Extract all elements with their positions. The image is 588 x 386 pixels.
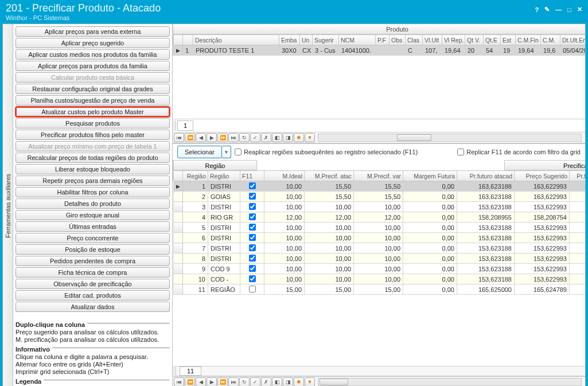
- region-row[interactable]: 7DISTRI10,0010,0010,000,00153,623188153,…: [174, 243, 586, 254]
- region-cell[interactable]: GOIAS: [208, 192, 240, 202]
- region-cell[interactable]: 10,00: [264, 233, 305, 243]
- region-cell[interactable]: [240, 284, 264, 295]
- region-cell[interactable]: 10,00: [305, 264, 354, 274]
- sidebar-button[interactable]: Atualizar dados: [15, 302, 170, 312]
- region-cell[interactable]: REGIÃO: [208, 284, 240, 295]
- prod-col-header[interactable]: Qt.E: [484, 35, 501, 45]
- prod-cell[interactable]: 19,64: [516, 45, 541, 56]
- nav-bookmark-icon[interactable]: ◧: [272, 133, 282, 142]
- region-cell[interactable]: DISTRI: [208, 223, 240, 233]
- sidebar-button[interactable]: Aplicar preço sugerido: [15, 38, 170, 48]
- sidebar-tab[interactable]: Ferramentas auxiliares: [3, 24, 13, 386]
- region-cell[interactable]: 16: [570, 284, 586, 295]
- region-cell[interactable]: 15: [570, 223, 586, 233]
- region-col-header[interactable]: Região: [208, 171, 240, 181]
- region-col-header[interactable]: Preço Sugerido: [515, 171, 570, 181]
- prod-col-header[interactable]: [174, 35, 183, 45]
- sidebar-button[interactable]: Liberar estoque bloqueado: [15, 164, 170, 174]
- nav2-check-icon[interactable]: ✓: [250, 377, 260, 386]
- sidebar-button[interactable]: Precificar produtos filhos pelo master: [15, 130, 170, 140]
- region-row[interactable]: 8DISTRI10,0010,0010,000,00153,623188153,…: [174, 254, 586, 264]
- prod-cell[interactable]: 3 - Cus: [313, 45, 339, 56]
- region-cell[interactable]: 10,00: [305, 274, 354, 284]
- region-grid[interactable]: RegiãoRegiãoF11M.IdealM.Precif. atacM.Pr…: [173, 170, 585, 295]
- region-row[interactable]: ▶1DISTRI10,0015,5015,500,00163,623188163…: [174, 181, 586, 192]
- region-cell[interactable]: 0,00: [403, 192, 457, 202]
- region-cell[interactable]: 153,622993: [515, 243, 570, 254]
- page-tab-1[interactable]: 1: [177, 120, 193, 131]
- nav-check-icon[interactable]: ✓: [250, 133, 260, 142]
- nav-star-icon[interactable]: ✱: [294, 133, 304, 142]
- region-cell[interactable]: 15: [570, 202, 586, 212]
- region-cell[interactable]: 153,622993: [515, 223, 570, 233]
- region-cell[interactable]: 163,622993: [515, 192, 570, 202]
- prod-cell[interactable]: 05/04/20: [560, 45, 586, 56]
- region-cell[interactable]: 16: [570, 181, 586, 192]
- region-cell[interactable]: [240, 264, 264, 274]
- region-cell[interactable]: 163,623188: [457, 192, 515, 202]
- region-cell[interactable]: 0,00: [403, 223, 457, 233]
- sidebar-button[interactable]: Editar cad. produtos: [15, 290, 170, 301]
- region-cell[interactable]: 10,00: [264, 264, 305, 274]
- region-cell[interactable]: 158,208955: [457, 212, 515, 223]
- region-cell[interactable]: COD -: [208, 274, 240, 284]
- sidebar-button[interactable]: Aplicar preços para produtos da familia: [15, 61, 170, 71]
- prod-col-header[interactable]: Est: [501, 35, 516, 45]
- region-cell[interactable]: [240, 202, 264, 212]
- prod-col-header[interactable]: Un: [300, 35, 313, 45]
- region-cell[interactable]: 153,623188: [457, 264, 515, 274]
- nav2-filter-icon[interactable]: ▼: [305, 377, 315, 386]
- region-cell[interactable]: 8: [183, 254, 208, 264]
- f11-checkbox[interactable]: [249, 244, 256, 251]
- region-cell[interactable]: DISTRI: [208, 243, 240, 254]
- region-cell[interactable]: 10,00: [354, 233, 403, 243]
- footer-handle[interactable]: [173, 366, 176, 376]
- f11-checkbox[interactable]: [249, 213, 256, 220]
- region-cell[interactable]: 10,00: [264, 223, 305, 233]
- product-grid[interactable]: DescriçãoEmbaUnSugerirNCMP.FObsClasVl.Ul…: [173, 34, 585, 56]
- prod-cell[interactable]: 54: [484, 45, 501, 56]
- grid-hscroll[interactable]: [318, 134, 582, 142]
- f11-checkbox[interactable]: [249, 203, 256, 210]
- nav-filter-icon[interactable]: ▼: [305, 133, 315, 142]
- region-cell[interactable]: 0,00: [403, 243, 457, 254]
- sidebar-button[interactable]: Calcular produto cesta básica: [15, 72, 170, 83]
- region-cell[interactable]: 7: [183, 243, 208, 254]
- sidebar-button[interactable]: Atualizar custos pelo produto Master: [15, 107, 170, 117]
- region-cell[interactable]: 15,50: [354, 181, 403, 192]
- region-cell[interactable]: 15: [570, 243, 586, 254]
- region-cell[interactable]: [240, 223, 264, 233]
- region-cell[interactable]: 10,00: [354, 202, 403, 212]
- region-cell[interactable]: 153,623188: [457, 233, 515, 243]
- replicate-f11-input[interactable]: [457, 149, 464, 155]
- f11-checkbox[interactable]: [249, 224, 256, 231]
- region-cell[interactable]: 10,00: [264, 254, 305, 264]
- prod-cell[interactable]: 14041000.: [339, 45, 376, 56]
- region-col-header[interactable]: Margem Futura: [403, 171, 457, 181]
- region-cell[interactable]: 10,00: [264, 243, 305, 254]
- region-col-header[interactable]: Pr.futuro atacad: [457, 171, 515, 181]
- prod-col-header[interactable]: Clas: [406, 35, 423, 45]
- f11-checkbox[interactable]: [249, 275, 256, 282]
- region-cell[interactable]: 165,624789: [515, 284, 570, 295]
- region-cell[interactable]: 153,622993: [515, 233, 570, 243]
- minimize-icon[interactable]: —: [555, 6, 562, 13]
- region-cell[interactable]: 10,00: [264, 202, 305, 212]
- region-cell[interactable]: 0,00: [403, 274, 457, 284]
- region-cell[interactable]: 0,00: [403, 264, 457, 274]
- sidebar-button[interactable]: Recalcular preços de todas regiões do pr…: [15, 153, 170, 163]
- region-cell[interactable]: 15: [570, 274, 586, 284]
- nav2-goto-icon[interactable]: ◨: [283, 377, 293, 386]
- region-row[interactable]: 9COD 910,0010,0010,000,00153,623188153,6…: [174, 264, 586, 274]
- region-row[interactable]: 6DISTRI10,0010,0010,000,00153,623188153,…: [174, 233, 586, 243]
- region-cell[interactable]: 165,625000: [457, 284, 515, 295]
- nav-nextpage-icon[interactable]: ⏩: [217, 133, 228, 142]
- region-cell[interactable]: [174, 274, 183, 284]
- sidebar-button[interactable]: Giro estoque anual: [15, 210, 170, 220]
- prod-col-header[interactable]: Descrição: [193, 35, 279, 45]
- nav2-prev-icon[interactable]: ◀: [196, 377, 206, 386]
- nav-next-icon[interactable]: ▶: [207, 133, 217, 142]
- nav2-cancel-icon[interactable]: ✗: [261, 377, 271, 386]
- tab-handle[interactable]: [173, 120, 176, 131]
- region-cell[interactable]: 4: [183, 212, 208, 223]
